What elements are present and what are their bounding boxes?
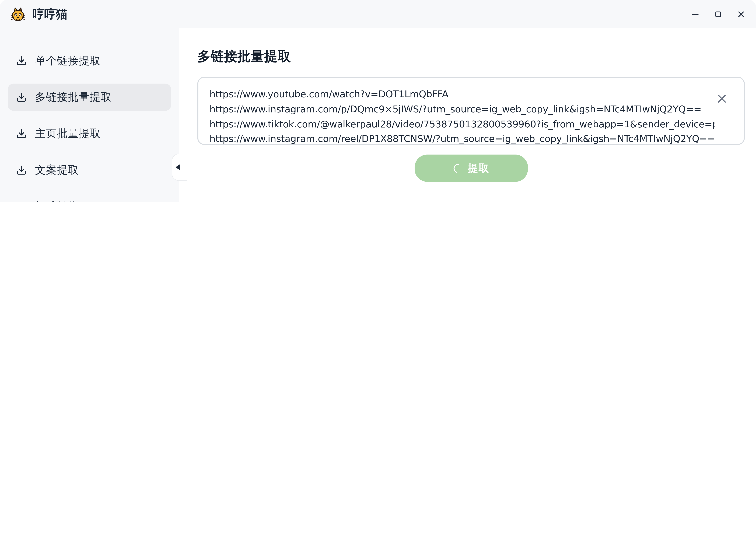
sidebar-nav: 单个链接提取多链接批量提取主页批量提取文案提取格式转换批量修改MD5万能音视频嗅…	[0, 28, 179, 202]
sidebar: 单个链接提取多链接批量提取主页批量提取文案提取格式转换批量修改MD5万能音视频嗅…	[0, 28, 179, 202]
collapse-arrow-icon	[176, 164, 180, 170]
download-icon	[16, 128, 27, 139]
sidebar-item-label: 格式转换	[35, 199, 79, 202]
sidebar-item[interactable]: 格式转换	[8, 193, 171, 202]
app-title: 哼哼猫	[33, 6, 67, 22]
url-line: https://www.instagram.com/reel/DP1X88TCN…	[210, 132, 715, 147]
page-title: 多链接批量提取	[197, 47, 291, 65]
sidebar-item-label: 单个链接提取	[35, 54, 101, 68]
url-line: https://www.instagram.com/p/DQmc9×5jIWS/…	[210, 102, 715, 117]
clear-input-icon[interactable]	[716, 93, 728, 105]
extract-button[interactable]: 提取	[415, 155, 528, 182]
sidebar-item-label: 文案提取	[35, 163, 79, 177]
sidebar-collapse-handle[interactable]	[172, 154, 187, 181]
url-input-lines: https://www.youtube.com/watch?v=DOT1LmQb…	[210, 87, 715, 147]
sidebar-item-label: 主页批量提取	[35, 126, 101, 141]
download-icon	[16, 92, 27, 103]
app-window: 哼哼猫 单个链接提取多链接批量提取主页批量提取文案提取格式转换批量修改MD5万能…	[0, 0, 756, 202]
app-window-stage: 哼哼猫 单个链接提取多链接批量提取主页批量提取文案提取格式转换批量修改MD5万能…	[0, 0, 756, 202]
window-controls	[692, 10, 745, 18]
sidebar-item[interactable]: 多链接批量提取	[8, 84, 171, 111]
download-icon	[16, 56, 27, 66]
sidebar-item[interactable]: 文案提取	[8, 157, 171, 184]
minimize-icon[interactable]	[692, 10, 700, 18]
repeat-icon	[16, 201, 27, 202]
url-line: https://www.tiktok.com/@walkerpaul28/vid…	[210, 117, 715, 132]
close-icon[interactable]	[737, 10, 745, 18]
url-input[interactable]: https://www.youtube.com/watch?v=DOT1LmQb…	[197, 77, 745, 145]
app-logo-cat-icon	[10, 6, 26, 22]
sidebar-item-label: 多链接批量提取	[35, 90, 112, 104]
sidebar-item[interactable]: 单个链接提取	[8, 47, 171, 74]
url-line: https://www.youtube.com/watch?v=DOT1LmQb…	[210, 87, 715, 102]
sidebar-item[interactable]: 主页批量提取	[8, 120, 171, 147]
main-content: 多链接批量提取 https://www.youtube.com/watch?v=…	[179, 28, 756, 202]
title-bar: 哼哼猫	[0, 0, 756, 28]
maximize-icon[interactable]	[714, 10, 722, 18]
loading-spinner-icon	[452, 162, 464, 175]
download-icon	[16, 165, 27, 176]
